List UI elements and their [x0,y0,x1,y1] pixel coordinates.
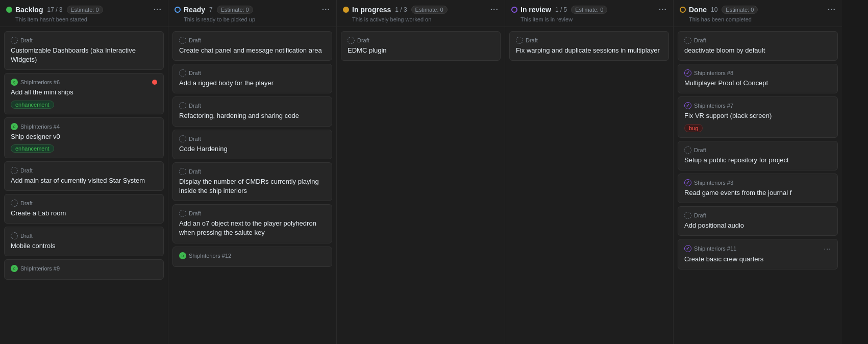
column-title-inprogress: In progress [352,6,391,14]
card[interactable]: DraftAdd an o7 object next to the player… [172,204,332,243]
column-header-done: Done10Estimate: 0···This has been comple… [674,0,842,27]
column-body-inreview: DraftFix warping and duplicate sessions … [505,27,673,344]
card[interactable]: DraftCode Hardening [172,130,332,159]
ship-open-icon: ○ [11,265,18,272]
card[interactable]: ○ShipInteriors #12 [172,247,332,267]
card-meta: Draft [684,37,831,44]
card-meta: ✓ShipInteriors #11··· [684,244,831,253]
card[interactable]: ✓ShipInteriors #3Read game events from t… [678,174,838,203]
ship-done-icon: ✓ [684,69,691,77]
card[interactable]: DraftRefactoring, hardening and sharing … [172,96,332,126]
column-menu-backlog[interactable]: ··· [154,5,162,14]
column-count-inreview: 1 / 5 [555,6,567,13]
card-meta: ○ShipInteriors #6 [11,79,157,86]
column-header-inreview: In review1 / 5Estimate: 0···This item is… [505,0,673,27]
card[interactable]: ✓ShipInteriors #8Multiplayer Proof of Co… [678,64,838,93]
card[interactable]: DraftSetup a public repository for proje… [678,141,838,170]
card-menu[interactable]: ··· [824,244,831,253]
card-title: Setup a public repository for project [684,156,831,165]
ship-open-icon: ○ [179,252,186,259]
card-footer: bug [684,124,831,132]
card-meta: Draft [179,210,326,217]
card-draft-label: Draft [189,37,201,43]
draft-icon [11,37,18,44]
card[interactable]: DraftCreate a Lab room [4,194,164,224]
card-ship-label: ShipInteriors #8 [694,70,733,76]
card-title: Create chat panel and message notificati… [179,46,326,55]
draft-icon [179,168,186,175]
card-meta: Draft [179,37,326,44]
card[interactable]: DraftAdd a rigged body for the player [172,64,332,93]
card-draft-label: Draft [189,136,201,142]
card-title: deactivate bloom by default [684,46,831,55]
card[interactable]: ✓ShipInteriors #7Fix VR support (black s… [678,96,838,137]
card-title: Create a Lab room [11,209,157,218]
card-draft-label: Draft [20,233,33,239]
draft-icon [11,167,18,174]
card-title: Customizable Dashboards (aka Interactive… [11,46,157,64]
card[interactable]: ○ShipInteriors #6Add all the mini shipse… [4,73,164,114]
card-meta: ✓ShipInteriors #7 [684,102,831,109]
card-draft-label: Draft [526,37,538,43]
card[interactable]: DraftAdd main star of currently visited … [4,161,164,191]
column-subtitle-backlog: This item hasn't been started [6,16,162,22]
tag-enhancement: enhancement [11,144,54,153]
card[interactable]: DraftMobile controls [4,227,164,256]
card-draft-label: Draft [189,70,201,76]
card-draft-label: Draft [357,37,369,43]
column-estimate-inreview: Estimate: 0 [571,6,607,14]
card-title: Code Hardening [179,144,326,154]
draft-icon [684,37,691,44]
column-body-ready: DraftCreate chat panel and message notif… [168,27,336,344]
card[interactable]: ✓ShipInteriors #11···Create basic crew q… [678,239,838,269]
draft-icon [179,210,186,217]
column-subtitle-ready: This is ready to be picked up [175,16,330,22]
card[interactable]: DraftCreate chat panel and message notif… [172,31,332,61]
ship-done-icon: ✓ [684,102,691,109]
card[interactable]: DraftCustomizable Dashboards (aka Intera… [4,31,164,70]
column-estimate-inprogress: Estimate: 0 [411,6,448,14]
ship-open-icon: ○ [11,79,18,86]
kanban-board: Backlog17 / 3Estimate: 0···This item has… [0,0,868,344]
card-footer: enhancement [11,101,157,109]
column-body-done: Draftdeactivate bloom by default✓ShipInt… [674,27,842,344]
card-meta: ○ShipInteriors #4 [11,123,157,130]
tag-enhancement: enhancement [11,101,54,109]
draft-icon [179,102,186,109]
card-meta: Draft [11,167,157,174]
card[interactable]: DraftDisplay the number of CMDRs current… [172,162,332,201]
card-meta: Draft [11,200,157,207]
card[interactable]: DraftAdd positional audio [678,206,838,236]
card-title: Fix VR support (black screen) [684,111,831,120]
card-draft-label: Draft [694,212,706,218]
card-footer: enhancement [11,144,157,153]
column-count-ready: 7 [209,6,213,13]
card-draft-label: Draft [20,37,33,43]
card-meta: Draft [179,168,326,175]
card[interactable]: ○ShipInteriors #4Ship designer v0enhance… [4,117,164,158]
card-meta: Draft [11,232,157,239]
card[interactable]: Draftdeactivate bloom by default [678,31,838,61]
column-menu-inprogress[interactable]: ··· [490,5,499,14]
card-meta: Draft [179,135,326,142]
card-meta: Draft [179,69,326,77]
draft-icon [179,69,186,77]
status-dot-inprogress [343,7,349,13]
card-meta: Draft [684,146,831,154]
card[interactable]: DraftEDMC plugin [341,31,501,61]
column-menu-done[interactable]: ··· [828,5,836,14]
card-meta: ○ShipInteriors #9 [11,265,157,272]
column-menu-inreview[interactable]: ··· [659,5,667,14]
card[interactable]: ○ShipInteriors #9 [4,259,164,280]
draft-icon [684,212,691,219]
card[interactable]: DraftFix warping and duplicate sessions … [509,31,669,61]
card-meta: Draft [516,37,662,44]
column-menu-ready[interactable]: ··· [322,5,330,14]
card-title: Add an o7 object next to the player poly… [179,219,326,237]
column-estimate-ready: Estimate: 0 [217,6,253,14]
ship-done-icon: ✓ [684,179,691,186]
tag-bug: bug [684,124,703,132]
draft-icon [684,146,691,154]
column-header-ready: Ready7Estimate: 0···This is ready to be … [168,0,336,27]
card-meta: Draft [179,102,326,109]
